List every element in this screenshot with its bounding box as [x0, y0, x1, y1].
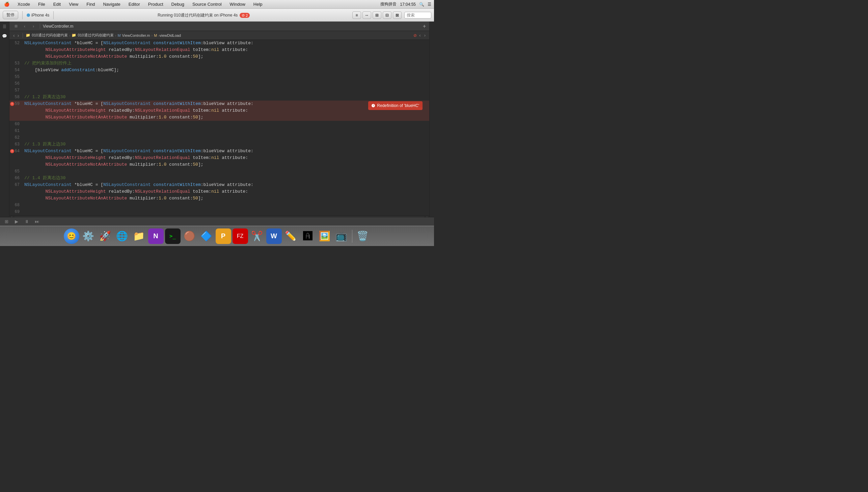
dock: 😊 ⚙️ 🚀 🌐 📁 N >_ 🟤 🔷 P FZ — [0, 226, 434, 246]
error-dot-59: ! — [10, 102, 14, 106]
dock-safari[interactable]: 🌐 — [115, 228, 130, 244]
line-content-67c: NSLayoutAttributeNotAnAttribute multipli… — [23, 195, 429, 202]
pencil-icon: ✏️ — [285, 230, 297, 242]
dock-sysprefs[interactable]: ⚙️ — [81, 228, 96, 244]
device-selector[interactable]: iPhone 4s — [27, 13, 49, 18]
dock-pencil[interactable]: ✏️ — [283, 228, 299, 244]
nav-forward[interactable]: › — [30, 23, 37, 30]
sidebar-chat[interactable]: 💬 — [1, 32, 8, 40]
menu-file[interactable]: File — [37, 1, 47, 7]
error-badge: ⊘ 2 — [240, 13, 250, 18]
menu-view[interactable]: View — [68, 1, 80, 7]
bc-error-area: ⊘ ‹ › — [414, 33, 427, 38]
bc-file[interactable]: M ViewController.m — [118, 33, 150, 38]
layout-btn-5[interactable]: ⊠ — [393, 11, 402, 19]
active-tab-title[interactable]: ViewController.m — [43, 24, 73, 29]
menu-find[interactable]: Find — [85, 1, 96, 7]
line-content-59b: NSLayoutAttributeHeight relatedBy:NSLayo… — [23, 107, 429, 114]
layout-btn-4[interactable]: ⊟ — [383, 11, 392, 19]
horizontal-scrollbar[interactable]: ⊙ ⊕ — [9, 215, 429, 217]
layout-btn-3[interactable]: ⊞ — [373, 11, 381, 19]
code-scroll-area[interactable]: 52 NSLayoutConstraint *blueHC = [NSLayou… — [9, 40, 429, 215]
menu-navigate[interactable]: Navigate — [102, 1, 122, 7]
error-icon: ⊘ — [242, 13, 245, 18]
code-line-58: 58 // 1.2 距离左边30 — [9, 94, 429, 101]
scroll-track[interactable] — [14, 217, 425, 217]
bottom-icon-1[interactable]: ⊞ — [3, 218, 10, 225]
bc-nav-back[interactable]: ‹ — [12, 33, 16, 38]
bottom-step[interactable]: ⏭ — [33, 218, 41, 225]
dock-app8[interactable]: P — [216, 228, 231, 244]
toolbar-search[interactable] — [404, 12, 431, 19]
app-window: 🍎 Xcode File Edit View Find Navigate Edi… — [0, 0, 434, 246]
grid-icon[interactable]: ⊞ — [12, 23, 20, 30]
status-label: Running 010通过代码创建约束 on iPhone 4s — [157, 13, 238, 18]
dock-terminal[interactable]: >_ — [165, 228, 180, 244]
clock: 17:04:55 — [400, 2, 416, 7]
code-line-54: 54 [blueView addConstraint:blueHC]; — [9, 67, 429, 74]
menu-help[interactable]: Help — [252, 1, 264, 7]
filezilla-icon: FZ — [237, 233, 244, 239]
apple-menu[interactable]: 🍎 — [3, 1, 11, 7]
code-line-67b: NSLayoutAttributeHeight relatedBy:NSLayo… — [9, 188, 429, 195]
menu-edit[interactable]: Edit — [52, 1, 62, 7]
dock-filezilla[interactable]: FZ — [232, 228, 248, 244]
code-line-55: 55 — [9, 74, 429, 80]
line-content-64c: NSLayoutAttributeNotAnAttribute multipli… — [23, 161, 429, 168]
dock-font[interactable]: 🅰 — [300, 228, 316, 244]
line-num-57: 57 — [9, 87, 23, 94]
bc-nav-forward[interactable]: › — [17, 33, 20, 38]
search-menu-icon[interactable]: 🔍 — [419, 2, 424, 7]
list-icon[interactable]: ☰ — [428, 2, 431, 7]
menu-editor[interactable]: Editor — [127, 1, 142, 7]
pause-button[interactable]: 暂停 — [3, 11, 18, 19]
new-tab-button[interactable]: + — [420, 23, 429, 29]
code-line-53: 53 // 把约束添加到控件上 — [9, 60, 429, 67]
code-line-59: ! 59 NSLayoutConstraint *blueHC = [NSLay… — [9, 101, 429, 107]
screen-icon: 📺 — [336, 230, 347, 242]
bottom-toolbar: ⊞ ▶ ⏸ ⏭ — [0, 217, 434, 226]
bc-folder1[interactable]: 📁 010通过代码创建约束 — [26, 33, 68, 38]
menu-debug[interactable]: Debug — [170, 1, 185, 7]
vertical-scrollbar[interactable] — [429, 22, 434, 217]
line-num-66: 66 — [9, 175, 23, 181]
input-method: 搜狗拼音 — [380, 1, 397, 7]
code-line-56: 56 — [9, 80, 429, 87]
bc-nav-next[interactable]: › — [423, 33, 427, 38]
dock-finder[interactable]: 😊 — [64, 228, 79, 244]
line-content-68 — [23, 202, 429, 208]
line-num-59: ! 59 — [9, 101, 23, 107]
dock-preview[interactable]: 🖼️ — [317, 228, 332, 244]
dock-onenote[interactable]: N — [148, 228, 164, 244]
menu-window[interactable]: Window — [228, 1, 247, 7]
layout-btn-2[interactable]: ↔ — [363, 11, 371, 19]
scroll-left-arrow[interactable]: ⊙ — [11, 216, 13, 217]
scroll-zoom-icon[interactable]: ⊕ — [426, 216, 428, 217]
line-content-60 — [23, 121, 429, 127]
dock-app7[interactable]: 🔷 — [199, 228, 214, 244]
bc-method[interactable]: M -viewDidLoad — [154, 33, 181, 38]
dock-trash[interactable]: 🗑️ — [355, 228, 371, 244]
menu-source-control[interactable]: Source Control — [191, 1, 223, 7]
bottom-pause[interactable]: ⏸ — [23, 218, 30, 225]
bc-folder2[interactable]: 📁 010通过代码创建约束 — [72, 33, 114, 38]
menu-xcode[interactable]: Xcode — [16, 1, 31, 7]
bottom-play[interactable]: ▶ — [13, 218, 20, 225]
dock-app9[interactable]: ✂️ — [249, 228, 265, 244]
line-num-61: 61 — [9, 127, 23, 134]
menu-product[interactable]: Product — [147, 1, 165, 7]
folder2-icon: 📁 — [72, 33, 76, 38]
layout-btn-1[interactable]: ≡ — [352, 11, 361, 19]
dock-word[interactable]: W — [266, 228, 282, 244]
nav-back[interactable]: ‹ — [21, 23, 28, 30]
dock-launchpad[interactable]: 🚀 — [98, 228, 113, 244]
code-line-66: 66 // 1.4 距离右边30 — [9, 175, 429, 181]
line-content-67: NSLayoutConstraint *blueHC = [NSLayoutCo… — [23, 181, 429, 188]
code-line-64: ! 64 NSLayoutConstraint *blueHC = [NSLay… — [9, 148, 429, 154]
dock-screen[interactable]: 📺 — [334, 228, 349, 244]
line-content-52a: NSLayoutConstraint *blueHC = [NSLayoutCo… — [23, 40, 429, 47]
dock-app6[interactable]: 🟤 — [182, 228, 197, 244]
bc-nav-prev[interactable]: ‹ — [418, 33, 422, 38]
dock-files[interactable]: 📁 — [131, 228, 147, 244]
sidebar-toggle[interactable]: ☰ — [1, 23, 8, 30]
